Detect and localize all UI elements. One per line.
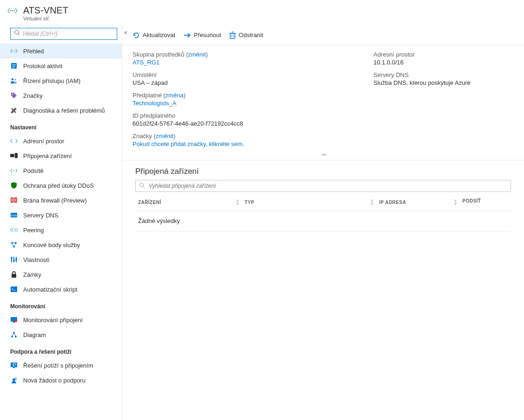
sidebar-item-connected-devices[interactable]: Připojená zařízení <box>0 148 122 163</box>
devices-heading: Připojená zařízení <box>135 167 511 176</box>
svg-rect-39 <box>11 286 17 292</box>
svg-rect-50 <box>13 367 15 368</box>
sidebar-item-diagram[interactable]: Diagram <box>0 327 122 342</box>
sidebar-item-label: Přehled <box>23 48 44 55</box>
nav-settings: Adresní prostor Připojená zařízení Podsí… <box>0 134 122 297</box>
collapse-essentials-icon[interactable]: ︽ <box>133 150 514 157</box>
sidebar-item-address-space[interactable]: Adresní prostor <box>0 134 122 148</box>
sidebar-item-label: Značky <box>23 92 43 99</box>
sidebar-item-label: Diagram <box>23 331 46 338</box>
sidebar-item-diagnose[interactable]: Diagnostika a řešení problémů <box>0 103 122 118</box>
sidebar-item-label: Servery DNS <box>23 212 58 219</box>
sidebar-search-input[interactable] <box>10 28 117 40</box>
svg-rect-35 <box>11 258 13 259</box>
svg-point-13 <box>12 94 13 95</box>
tag-icon <box>10 92 18 99</box>
svg-line-48 <box>14 333 16 337</box>
sidebar-item-label: Připojená zařízení <box>23 153 72 159</box>
svg-point-60 <box>140 183 144 187</box>
sidebar-item-firewall[interactable]: Brána firewall (Preview) <box>0 193 122 208</box>
sidebar-item-connection-troubleshoot[interactable]: Řešení potíží s připojením <box>0 358 122 373</box>
collapse-sidebar-icon[interactable]: « <box>124 29 125 36</box>
firewall-icon <box>10 197 18 204</box>
delete-button[interactable]: Odstranit <box>229 32 263 39</box>
sidebar-item-label: Koncové body služby <box>23 242 80 248</box>
sort-icon[interactable]: ▲▼ <box>236 198 240 206</box>
troubleshoot-icon <box>10 362 18 369</box>
sidebar-item-locks[interactable]: Zámky <box>0 267 122 282</box>
subscription-link[interactable]: Technologists_A <box>133 100 364 107</box>
move-button[interactable]: Přesunout <box>183 32 221 38</box>
connected-devices-section: Připojená zařízení ZAŘÍZENÍ▲▼ TYP▲▼ IP A… <box>122 160 524 231</box>
svg-rect-32 <box>11 257 12 262</box>
sidebar-item-label: Protokol aktivit <box>23 63 63 70</box>
refresh-button[interactable]: Aktualizovat <box>133 32 175 39</box>
sort-icon[interactable]: ▲▼ <box>454 198 458 206</box>
nav-top: Přehled Protokol aktivit Řízení přístupu… <box>0 44 122 118</box>
sidebar-item-service-endpoints[interactable]: Koncové body služby <box>0 237 122 252</box>
sidebar-item-activity-log[interactable]: Protokol aktivit <box>0 58 122 73</box>
sidebar-item-peering[interactable]: Peering <box>0 223 122 237</box>
col-ip[interactable]: IP ADRESA <box>379 200 406 205</box>
svg-rect-18 <box>14 197 17 199</box>
svg-rect-10 <box>12 67 14 68</box>
sidebar-item-label: Řízení přístupu (IAM) <box>23 77 81 84</box>
devices-search-input[interactable] <box>135 180 511 192</box>
svg-rect-38 <box>12 274 16 278</box>
move-icon <box>183 32 191 38</box>
change-sub-link[interactable]: změna <box>165 92 183 99</box>
add-tags-link[interactable]: Pokud chcete přidat značky, klikněte sem… <box>133 140 514 147</box>
support-icon: ? <box>10 376 18 384</box>
sidebar-item-dns[interactable]: DNSServery DNS <box>0 208 122 223</box>
vnet-icon <box>7 6 18 16</box>
sidebar-item-label: Brána firewall (Preview) <box>23 197 87 204</box>
change-tags-link[interactable]: změnit <box>156 133 173 140</box>
shield-icon <box>10 182 18 189</box>
sidebar-item-new-support-request[interactable]: ?Nová žádost o podporu <box>0 373 122 388</box>
svg-point-6 <box>14 51 15 51</box>
script-icon <box>10 286 18 293</box>
page-title: ATS-VNET <box>23 5 68 16</box>
wrench-icon <box>10 107 18 114</box>
search-icon <box>14 30 20 36</box>
col-device[interactable]: ZAŘÍZENÍ <box>138 200 161 205</box>
sort-icon[interactable]: ▲▼ <box>370 198 374 206</box>
essentials-location: Umístění USA – západ <box>133 71 364 86</box>
devices-empty-message: Žádné výsledky <box>135 211 511 231</box>
nav-monitoring: Monitorování připojení Diagram <box>0 312 122 342</box>
page-subtitle: Virtuální síť <box>23 16 68 21</box>
toolbar-label: Aktualizovat <box>143 32 175 38</box>
sidebar-item-label: Monitorování připojení <box>23 317 83 324</box>
svg-point-43 <box>14 319 17 322</box>
sidebar-item-iam[interactable]: Řízení přístupu (IAM) <box>0 73 122 88</box>
svg-text:DNS: DNS <box>11 214 17 217</box>
sidebar-item-ddos[interactable]: Ochrana před útoky DDoS <box>0 178 122 193</box>
essentials-tags: Značky (změnit) Pokud chcete přidat znač… <box>133 133 514 147</box>
vnet-small-icon <box>10 47 18 55</box>
main-content: Aktualizovat Přesunout Odstranit Skupina… <box>122 25 524 420</box>
change-rg-link[interactable]: změnit <box>188 51 206 58</box>
col-subnet[interactable]: PODSÍŤ <box>462 198 481 204</box>
sidebar-item-overview[interactable]: Přehled <box>0 44 122 58</box>
svg-rect-37 <box>15 259 17 260</box>
svg-point-1 <box>12 10 13 12</box>
rg-link[interactable]: ATS_RG1 <box>133 59 364 66</box>
sidebar-item-tags[interactable]: Značky <box>0 88 122 103</box>
svg-point-3 <box>15 31 19 34</box>
sidebar-item-connection-monitor[interactable]: Monitorování připojení <box>0 312 122 327</box>
sidebar-item-properties[interactable]: Vlastnosti <box>0 252 122 267</box>
devices-icon <box>10 152 18 159</box>
essentials-panel: Skupina prostředků (změnit) ATS_RG1 Adre… <box>122 45 524 160</box>
sidebar-item-subnets[interactable]: Podsítě <box>0 163 122 178</box>
sidebar-item-automation-script[interactable]: Automatizační skript <box>0 282 122 297</box>
svg-point-2 <box>14 10 15 12</box>
sidebar-item-label: Automatizační skript <box>23 286 77 293</box>
svg-rect-9 <box>12 66 16 66</box>
devices-table-header: ZAŘÍZENÍ▲▼ TYP▲▼ IP ADRESA▲▼ PODSÍŤ <box>135 192 511 211</box>
svg-rect-21 <box>15 199 17 201</box>
col-type[interactable]: TYP <box>245 200 254 205</box>
svg-rect-14 <box>10 154 14 157</box>
resource-header: ATS-VNET Virtuální síť <box>0 0 524 25</box>
search-icon <box>139 182 145 189</box>
lock-icon <box>10 271 18 278</box>
